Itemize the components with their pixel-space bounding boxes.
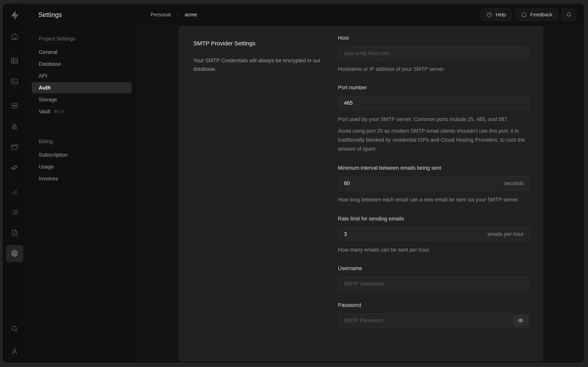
terminal-icon xyxy=(10,77,19,85)
supabase-logo[interactable] xyxy=(10,11,19,20)
smtp-settings-panel: SMTP Provider Settings Your SMTP Credent… xyxy=(178,26,543,361)
home-icon xyxy=(10,33,19,41)
rail-item-search[interactable] xyxy=(6,320,23,337)
functions-orbit-icon xyxy=(10,163,19,172)
sidebar-header: Settings xyxy=(27,4,137,26)
interval-label: Minimum interval between emails being se… xyxy=(338,165,530,171)
host-input[interactable] xyxy=(338,47,530,60)
feedback-button[interactable]: Feedback xyxy=(515,8,558,21)
smtp-form: Host Hostname or IP address of your SMTP… xyxy=(338,26,530,361)
sidebar-item-usage[interactable]: Usage xyxy=(32,161,131,172)
gear-icon xyxy=(10,250,19,258)
bell-icon xyxy=(566,12,572,18)
table-icon xyxy=(10,57,19,65)
host-helper: Hostname or IP address of your SMTP serv… xyxy=(338,65,530,73)
database-icon xyxy=(10,101,19,110)
rate-limit-helper: How many emails can be sent per hour. xyxy=(338,246,530,254)
app-window: Settings Project Settings General Databa… xyxy=(2,3,584,363)
rail-item-reports[interactable] xyxy=(6,183,23,200)
main-area: Personal / acme Help Feedback xyxy=(137,4,584,363)
sidebar-item-general[interactable]: General xyxy=(32,47,131,58)
reports-chart-icon xyxy=(10,188,19,196)
breadcrumb-org[interactable]: Personal xyxy=(151,12,171,18)
rail-item-logs[interactable] xyxy=(6,204,23,221)
rail-item-settings[interactable] xyxy=(6,245,23,262)
sidebar-item-subscription[interactable]: Subscription xyxy=(32,149,131,160)
port-helper-1: Port used by your SMTP server. Common po… xyxy=(338,115,530,124)
host-label: Host xyxy=(338,35,530,41)
smtp-username-input[interactable] xyxy=(338,277,530,291)
sidebar-title: Settings xyxy=(38,11,62,18)
breadcrumb: Personal / acme xyxy=(151,11,197,18)
rail-item-home[interactable] xyxy=(6,28,23,45)
storage-folder-icon xyxy=(10,143,19,151)
sidebar-item-api[interactable]: API xyxy=(32,70,131,82)
interval-helper: How long between each email can a new em… xyxy=(338,195,530,204)
rail-item-authentication[interactable] xyxy=(6,118,23,135)
rail-divider xyxy=(9,48,20,49)
rail-item-storage[interactable] xyxy=(6,138,23,156)
section-label-project-settings: Project Settings xyxy=(32,35,131,43)
help-icon xyxy=(486,12,492,18)
sidebar-item-storage[interactable]: Storage xyxy=(32,94,131,105)
notifications-button[interactable] xyxy=(562,8,576,21)
rail-divider xyxy=(9,181,20,181)
breadcrumb-project[interactable]: acme xyxy=(185,12,197,18)
sidebar-item-auth[interactable]: Auth xyxy=(32,82,131,93)
rail-divider xyxy=(9,93,20,93)
breadcrumb-separator: / xyxy=(177,11,178,18)
password-label: Password xyxy=(338,302,530,309)
sidebar-item-vault[interactable]: Vault BETA xyxy=(32,106,131,117)
port-helper-2: Avoid using port 25 as modern SMTP email… xyxy=(338,126,530,153)
page-description: Your SMTP Credentials will always be enc… xyxy=(193,56,326,73)
smtp-password-input[interactable] xyxy=(338,314,530,327)
reveal-password-button[interactable] xyxy=(513,315,528,326)
panel-intro: SMTP Provider Settings Your SMTP Credent… xyxy=(178,26,338,361)
docs-file-icon xyxy=(10,229,19,237)
sidebar-item-database[interactable]: Database xyxy=(32,58,131,70)
rail-item-table-editor[interactable] xyxy=(6,52,23,69)
username-label: Username xyxy=(338,265,530,272)
auth-lock-icon xyxy=(10,123,19,131)
rail-item-profile[interactable] xyxy=(6,343,23,360)
sidebar-item-invoices[interactable]: Invoices xyxy=(32,173,131,184)
rate-limit-label: Rate limit for sending emails xyxy=(338,215,530,222)
port-label: Port number xyxy=(338,84,530,91)
logs-list-icon xyxy=(10,208,19,216)
feedback-bubble-icon xyxy=(521,12,527,18)
sidebar-nav: Project Settings General Database API Au… xyxy=(27,26,137,185)
interval-input[interactable] xyxy=(338,176,530,190)
rail-item-docs[interactable] xyxy=(6,224,23,242)
section-label-billing: Billing xyxy=(32,138,131,145)
search-icon xyxy=(10,325,19,333)
content-area: SMTP Provider Settings Your SMTP Credent… xyxy=(137,26,584,363)
settings-sidebar: Settings Project Settings General Databa… xyxy=(27,4,137,363)
eye-icon xyxy=(517,317,524,324)
rail-item-database[interactable] xyxy=(6,97,23,114)
icon-rail xyxy=(2,4,27,363)
user-icon xyxy=(10,347,19,356)
port-input[interactable] xyxy=(338,96,530,110)
page-title: SMTP Provider Settings xyxy=(193,40,326,47)
beta-badge: BETA xyxy=(54,109,65,114)
top-bar: Personal / acme Help Feedback xyxy=(137,4,584,26)
rail-item-sql-editor[interactable] xyxy=(6,73,23,90)
sidebar-divider xyxy=(27,128,137,129)
rate-limit-input[interactable] xyxy=(338,227,530,241)
help-button[interactable]: Help xyxy=(481,8,512,21)
header-actions: Help Feedback xyxy=(481,8,576,21)
rail-item-edge-functions[interactable] xyxy=(6,159,23,176)
